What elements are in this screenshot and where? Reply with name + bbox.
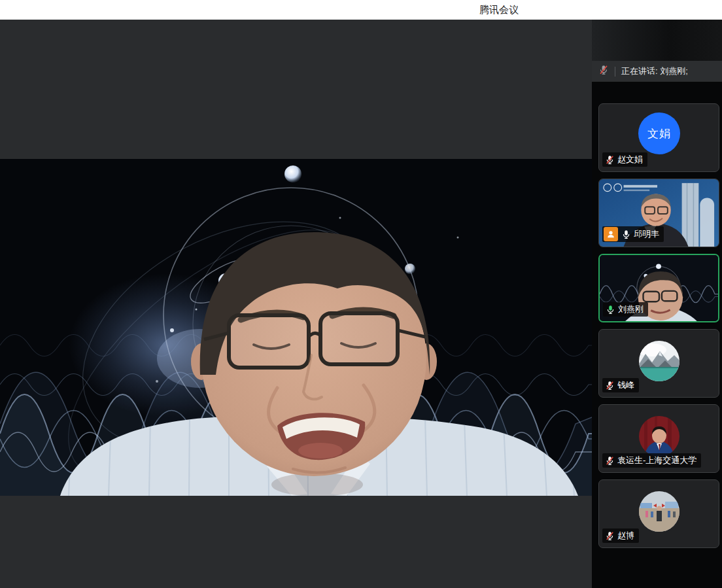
participant-tile-qiumingfeng[interactable]: 邱明丰: [598, 179, 719, 247]
participant-list[interactable]: 文娟 赵文娟: [598, 103, 719, 555]
banner-mic-muted-icon: [598, 65, 609, 78]
name-label: 赵文娟: [602, 152, 647, 167]
mic-muted-icon: [605, 155, 615, 165]
avatar-initials: 文娟: [638, 112, 680, 154]
name-label: 邱明丰: [602, 226, 664, 242]
main-video[interactable]: [0, 159, 592, 496]
participant-tile-zhaowenjuan[interactable]: 文娟 赵文娟: [598, 103, 719, 172]
mic-on-icon: [621, 230, 631, 239]
mic-muted-icon: [605, 381, 615, 390]
name-label: 赵博: [602, 528, 639, 543]
main-video-frame: [0, 159, 592, 496]
participant-tile-yuanyunsheng[interactable]: 袁运生-上海交通大学: [598, 404, 719, 473]
banner-divider: [615, 67, 615, 77]
mic-speaking-icon: [606, 305, 615, 315]
participant-name: 袁运生-上海交通大学: [617, 455, 696, 466]
mic-muted-icon: [605, 531, 615, 541]
participants-sidebar: 正在讲话: 刘燕刚; 文娟 赵文娟: [592, 20, 722, 588]
participant-name: 赵博: [617, 530, 634, 542]
name-label: 袁运生-上海交通大学: [602, 453, 701, 468]
participant-tile-zhaobo[interactable]: 赵博: [598, 479, 719, 548]
window-titlebar[interactable]: 腾讯会议: [0, 0, 722, 20]
avatar-photo: [639, 491, 679, 532]
name-label: 刘燕刚: [603, 302, 648, 317]
participant-name: 赵文娟: [617, 154, 643, 165]
main-stage: [0, 20, 592, 588]
mic-muted-icon: [605, 456, 615, 466]
participant-name: 邱明丰: [634, 228, 659, 240]
speaking-banner-text: 正在讲话: 刘燕刚;: [621, 65, 688, 77]
participant-name: 钱峰: [617, 379, 634, 391]
name-label: 钱峰: [602, 378, 639, 392]
avatar-photo: [639, 341, 679, 381]
participant-tile-liuyangang[interactable]: 刘燕刚: [598, 254, 719, 322]
sidebar-top-gradient: [592, 20, 722, 61]
speaking-banner: 正在讲话: 刘燕刚;: [592, 61, 722, 82]
participant-tile-qianfeng[interactable]: 钱峰: [598, 329, 719, 398]
host-badge-icon: [604, 227, 618, 241]
avatar-photo: [639, 416, 679, 457]
meeting-window: 腾讯会议: [0, 0, 722, 588]
participant-name: 刘燕刚: [618, 303, 644, 315]
window-title: 腾讯会议: [479, 0, 519, 20]
